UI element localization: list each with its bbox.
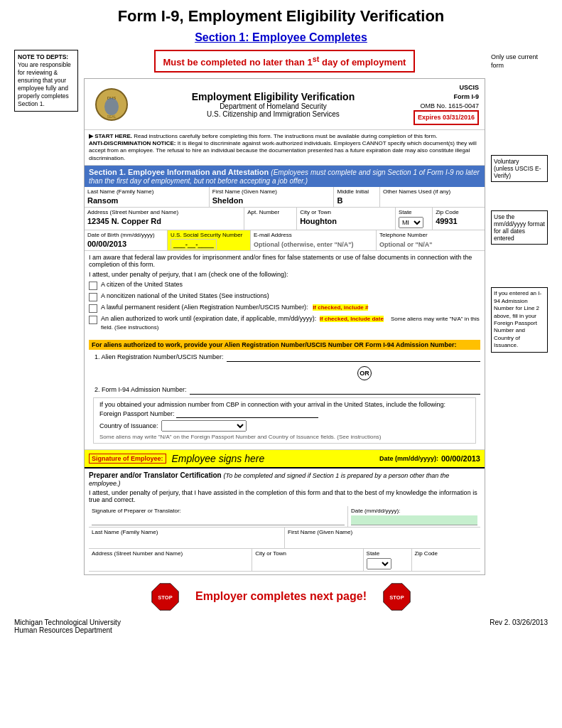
voluntary-box: Voluntary (unless USCIS E-Verify) [491,155,548,182]
preparer-state-cell: State MICA [364,549,412,571]
checkbox-lpr[interactable] [89,304,97,313]
last-name-label: Last Name (Family Name) [87,188,206,195]
section1-header-title: Section 1. Employee Information and Atte… [89,168,269,176]
footer-right: Rev 2. 03/26/2013 [490,619,548,634]
last-name-value: Ransom [87,196,118,205]
middle-initial-value: B [337,196,342,205]
checkbox-lpr-label: A lawful permanent resident (Alien Regis… [101,304,368,312]
first-name-value: Sheldon [212,196,243,205]
note-label: NOTE TO DEPTS: [18,53,68,60]
start-here-label: ▶ START HERE. [89,133,132,139]
must-complete-box: Must be completed no later than 1st day … [154,50,415,73]
preparer-state-select[interactable]: MICA [367,558,391,569]
preparer-name-row: Last Name (Family Name) First Name (Give… [89,528,480,549]
preparer-sig-row: Signature of Preparer or Translator: Dat… [89,506,480,528]
preparer-first-label: First Name (Given Name) [288,529,477,535]
svg-text:SEAL: SEAL [107,114,116,119]
anti-disc-label: ANTI-DISCRIMINATION NOTICE: [89,140,176,146]
right-annotations: Only use current form Voluntary (unless … [491,50,548,361]
checkbox-lpr-row: A lawful permanent resident (Alien Regis… [89,304,480,313]
omb-number: OMB No. 1615-0047 [414,102,479,111]
other-names-cell: Other Names Used (if any) [380,187,485,207]
preparer-last-cell: Last Name (Family Name) [89,528,285,548]
i94-subsection: If you obtained your admission number fr… [93,397,476,444]
section-title: Section 1: Employee Completes [14,31,548,44]
footer-left: Michigan Technological University Human … [14,619,121,634]
zip-label: Zip Code [436,209,482,215]
state-select[interactable]: MI ALAKCANY [399,217,423,228]
bottom-bar: STOP Employer completes next page! STOP [14,581,548,613]
form-header-right: USCIS Form I-9 OMB No. 1615-0047 Expires… [414,83,479,124]
dob-value: 00/00/2013 [87,240,126,248]
phone-cell: Telephone Number Optional or "N/A" [377,230,485,250]
expires-box: Expires 03/31/2016 [414,110,479,125]
i94-note-text: If you obtained your admission number fr… [99,401,470,408]
signature-row: Signature of Employee: Employee signs he… [85,449,485,467]
ssn-cell: U.S. Social Security Number ___-__-____ [168,230,251,250]
employer-next-text: Employer completes next page! [195,590,367,603]
lpr-include-note: If checked, include # [313,304,368,311]
only-use-text: Only use current form [491,53,538,69]
uscis-seal: DHS SEAL [90,87,133,122]
city-cell: City or Town Houghton [297,208,396,230]
voluntary-label: Voluntary [494,158,519,165]
middle-initial-label: Middle Initial [337,188,377,195]
or-circle: OR [357,366,372,380]
alien-number-section: For aliens authorized to work, provide y… [85,337,485,449]
checkbox-citizen-row: A citizen of the United States [89,281,480,290]
preparer-first-cell: First Name (Given Name) [285,528,480,548]
main-title: Form I-9, Employment Eligibility Verific… [14,7,548,26]
must-complete-text: Must be completed no later than 1st day … [163,57,406,68]
start-text: Read instructions carefully before compl… [134,133,437,139]
attest-text: I attest, under penalty of perjury, that… [89,271,480,278]
email-cell: E-mail Address Optional (otherwise, ente… [251,230,377,250]
section1-header: Section 1. Employee Information and Atte… [85,166,485,187]
checkbox-alien-label: An alien authorized to work until (expir… [101,315,480,331]
state-label: State [399,209,429,215]
stop-sign-right: STOP [381,581,413,613]
preparer-city-label: City or Town [255,550,360,557]
preparer-date-label: Date (mm/dd/yyyy): [351,508,477,514]
form-agency: U.S. Citizenship and Immigration Service… [133,110,414,118]
first-name-cell: First Name (Given Name) Sheldon [210,187,335,207]
preparer-title: Preparer and/or Translator Certification [89,471,222,479]
preparer-zip-label: Zip Code [415,550,477,557]
dob-ssn-row: Date of Birth (mm/dd/yyyy) 00/00/2013 U.… [85,230,485,251]
zip-value: 49931 [436,217,458,225]
note-text: You are responsible for reviewing & ensu… [18,61,71,107]
other-names-label: Other Names Used (if any) [383,188,482,195]
zip-cell: Zip Code 49931 [433,208,485,230]
aware-text: I am aware that federal law provides for… [89,254,480,268]
checkbox-citizen[interactable] [89,282,97,290]
preparer-attest: I attest, under penalty of perjury, that… [89,489,480,503]
ssn-boxes: ___-__-____ [171,239,217,250]
alien-reg-label: 1. Alien Registration Number/USCIS Numbe… [94,353,224,360]
alien-reg-input-display [227,352,480,362]
aware-section: I am aware that federal law provides for… [85,251,485,336]
discrimination-notice: ▶ START HERE. Read instructions carefull… [85,130,485,166]
preparer-sig-cell: Signature of Preparer or Translator: [89,506,348,527]
note-to-depts: NOTE TO DEPTS: You are responsible for r… [14,50,78,112]
country-select[interactable]: United States Mexico Canada [161,420,247,432]
address-label: Address (Street Number and Name) [87,209,241,215]
i94-input-display [190,385,480,395]
city-value: Houghton [300,217,337,225]
checkbox-alien-row: An alien authorized to work until (expir… [89,315,480,331]
checkbox-noncitizen[interactable] [89,293,97,301]
preparer-address-row: Address (Street Number and Name) City or… [89,549,480,572]
only-use-note: Only use current form [491,53,548,70]
email-label: E-mail Address [254,232,373,238]
address-cell: Address (Street Number and Name) 12345 N… [85,208,244,230]
checkbox-alien[interactable] [89,316,97,324]
dob-label: Date of Birth (mm/dd/yyyy) [87,232,164,238]
email-placeholder: Optional (otherwise, enter "N/A") [254,241,354,248]
preparer-state-label: State [367,550,409,557]
preparer-addr-label: Address (Street Number and Name) [92,550,249,557]
i94-label: 2. Form I-94 Admission Number: [94,386,187,393]
checkbox-noncitizen-row: A noncitizen national of the United Stat… [89,292,480,301]
ssn-label: U.S. Social Security Number [171,232,247,238]
voluntary-text: (unless USCIS E-Verify) [494,165,541,179]
form-header-center: Employment Eligibility Verification Depa… [133,91,414,118]
preparer-section: Preparer and/or Translator Certification… [85,467,485,574]
apt-cell: Apt. Number [244,208,297,230]
